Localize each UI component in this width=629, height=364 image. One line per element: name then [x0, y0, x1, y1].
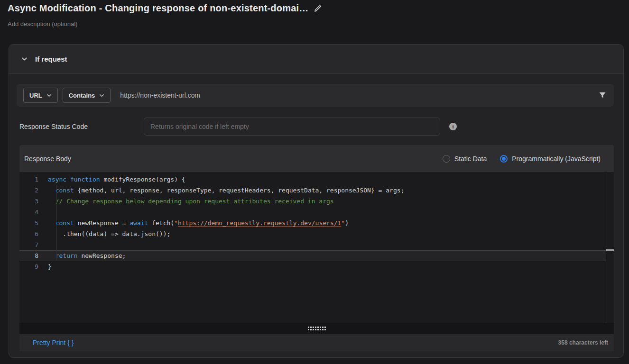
- line-number: 3: [19, 196, 48, 207]
- page-title: Async Modification - Changing response o…: [8, 3, 308, 14]
- resize-handle-icon[interactable]: [308, 327, 326, 330]
- code-content: async function modifyResponse(args) {: [48, 174, 606, 185]
- code-line-1[interactable]: 1async function modifyResponse(args) {: [19, 174, 606, 185]
- code-line-5[interactable]: 5 const newResponse = await fetch("https…: [19, 218, 606, 228]
- code-line-6[interactable]: 6 .then((data) => data.json());: [19, 228, 606, 239]
- request-condition-row: URL Contains: [17, 84, 614, 107]
- code-line-8[interactable]: 8 return newResponse;: [19, 250, 606, 261]
- line-number: 1: [19, 174, 48, 185]
- code-content: const newResponse = await fetch("https:/…: [48, 218, 606, 228]
- chevron-down-icon: [21, 56, 28, 62]
- condition-operator-dropdown[interactable]: Contains: [63, 88, 111, 103]
- editor-scrollbar-track: [606, 172, 606, 323]
- code-content: [48, 207, 606, 218]
- code-lines: 1async function modifyResponse(args) {2 …: [19, 174, 606, 272]
- condition-value-input[interactable]: [115, 91, 594, 99]
- code-content: return newResponse;: [48, 251, 606, 261]
- line-number: 6: [19, 228, 48, 239]
- info-icon[interactable]: i: [449, 123, 457, 130]
- response-status-code-label: Response Status Code: [19, 118, 88, 136]
- code-content: }: [48, 261, 606, 272]
- condition-field-dropdown[interactable]: URL: [23, 88, 58, 103]
- condition-operator-label: Contains: [69, 92, 95, 99]
- line-number: 7: [19, 239, 48, 250]
- response-body-header: Response Body Static Data Programmatical…: [19, 145, 614, 172]
- code-line-9[interactable]: 9}: [19, 261, 606, 272]
- code-line-3[interactable]: 3 // Change response below depending upo…: [19, 196, 606, 207]
- code-content: [48, 239, 606, 250]
- response-body-section: Response Body Static Data Programmatical…: [19, 145, 614, 351]
- editor-resize-strip: [19, 323, 614, 334]
- code-line-4[interactable]: 4: [19, 207, 606, 218]
- line-number: 9: [19, 261, 48, 272]
- code-content: const {method, url, response, responseTy…: [48, 185, 606, 196]
- condition-field-label: URL: [29, 92, 42, 99]
- code-line-7[interactable]: 7: [19, 239, 606, 250]
- radio-static-data-label: Static Data: [454, 155, 487, 163]
- radio-programmatically-label: Programmatically (JavaScript): [512, 155, 601, 163]
- edit-title-pencil-icon[interactable]: [314, 5, 322, 12]
- editor-cursor-marker: [606, 249, 614, 251]
- code-content: // Change response below depending upon …: [48, 196, 606, 207]
- response-body-footer: Pretty Print { } 358 characters left: [19, 334, 614, 351]
- line-number: 5: [19, 218, 48, 228]
- pretty-print-button[interactable]: Pretty Print { }: [33, 339, 74, 346]
- line-number: 4: [19, 207, 48, 218]
- response-body-mode-radios: Static Data Programmatically (JavaScript…: [443, 155, 601, 163]
- code-content: .then((data) => data.json());: [48, 228, 606, 239]
- line-number: 8: [19, 251, 48, 261]
- code-editor[interactable]: 1async function modifyResponse(args) {2 …: [19, 172, 614, 323]
- rule-header: Async Modification - Changing response o…: [8, 3, 322, 14]
- response-status-code-input[interactable]: [144, 118, 440, 136]
- chevron-down-icon: [46, 93, 52, 98]
- radio-unselected-icon: [443, 155, 450, 163]
- radio-selected-icon: [500, 155, 508, 163]
- rule-panel: If request URL Contains Response Status …: [9, 44, 624, 358]
- code-line-2[interactable]: 2 const {method, url, response, response…: [19, 185, 606, 196]
- radio-static-data[interactable]: Static Data: [443, 155, 487, 163]
- radio-programmatically[interactable]: Programmatically (JavaScript): [500, 155, 601, 163]
- response-body-label: Response Body: [24, 155, 71, 163]
- if-request-label: If request: [35, 55, 67, 63]
- indent-guide: [56, 185, 57, 261]
- chevron-down-icon: [99, 93, 104, 98]
- characters-left-counter: 358 characters left: [558, 339, 608, 346]
- line-number: 2: [19, 185, 48, 196]
- if-request-section-header[interactable]: If request: [9, 45, 623, 74]
- filter-icon[interactable]: [599, 91, 606, 99]
- add-description-link[interactable]: Add description (optional): [8, 20, 77, 27]
